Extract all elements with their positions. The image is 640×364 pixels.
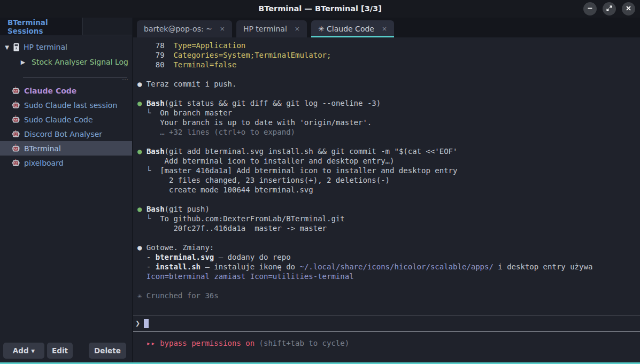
titlebar: BTerminal — BTerminal [3/3] — [0, 0, 640, 18]
tab-hp-terminal[interactable]: HP terminal × — [236, 20, 307, 37]
session-item-label: Discord Bot Analyser — [24, 130, 102, 138]
terminal-line: ● Bash(git push) — [137, 204, 640, 214]
terminal-line: 78 Type=Application — [137, 41, 640, 50]
session-item-sudo-claude-code[interactable]: Sudo Claude Code — [0, 112, 132, 127]
session-item-discord-bot-analyser[interactable]: Discord Bot Analyser — [0, 127, 132, 141]
terminal-line — [137, 233, 640, 243]
robot-icon — [12, 159, 20, 167]
sidebar-divider — [23, 78, 127, 78]
session-item-label: BTerminal — [24, 144, 61, 153]
terminal-line: └ To github.com:DexterFromLab/BTerminal.… — [137, 214, 640, 223]
session-item-bterminal[interactable]: BTerminal — [0, 141, 132, 156]
terminal-input[interactable]: ❯ — [133, 315, 640, 332]
sessions-sidebar: BTerminal Sessions ▼ HP terminal ▶ Stock… — [0, 18, 133, 362]
sidebar-header: BTerminal Sessions — [0, 18, 132, 35]
session-item-label: pixelboard — [24, 159, 64, 167]
robot-icon — [12, 144, 20, 152]
sidebar-header-label: BTerminal Sessions — [7, 18, 82, 35]
tab-bar: bartek@pop-os: ~ × HP terminal × ✳ Claud… — [133, 18, 640, 37]
computer-icon — [13, 43, 20, 52]
tree-item-label: HP terminal — [24, 43, 67, 51]
terminal-line: ✳ Crunched for 36s — [137, 291, 640, 300]
robot-icon — [12, 115, 20, 123]
minimize-button[interactable] — [583, 2, 597, 16]
terminal-line: ● Teraz commit i push. — [137, 79, 640, 89]
terminal-line: … +32 lines (ctrl+o to expand) — [137, 127, 640, 137]
terminal-line: ● Bash(git add bterminal.svg install.sh … — [137, 146, 640, 156]
tab-bartek-pop-os[interactable]: bartek@pop-os: ~ × — [137, 20, 232, 37]
close-button[interactable] — [622, 2, 635, 16]
maximize-icon — [606, 4, 613, 14]
window-controls — [583, 2, 635, 16]
text-cursor — [144, 319, 149, 328]
terminal-line: - install.sh — instaluje ikonę do ~/.loc… — [137, 262, 640, 272]
tab-label: ✳ Claude Code — [318, 25, 374, 33]
chevron-right-icon[interactable]: ▶ — [19, 59, 27, 66]
sidebar-header-tab: BTerminal Sessions — [0, 18, 83, 35]
terminal-line: Your branch is up to date with 'origin/m… — [137, 118, 640, 127]
terminal-line: 2 files changed, 23 insertions(+), 2 del… — [137, 175, 640, 185]
robot-icon — [12, 101, 20, 109]
main-area: bartek@pop-os: ~ × HP terminal × ✳ Claud… — [133, 18, 640, 364]
prompt-chevron: ❯ — [135, 319, 140, 328]
terminal-line: create mode 100644 bterminal.svg — [137, 185, 640, 195]
terminal-line: ● Gotowe. Zmiany: — [137, 243, 640, 252]
session-item-sudo-claude-last-session[interactable]: Sudo Claude last session — [0, 98, 132, 112]
permission-status: ▸▸ bypass permissions on (shift+tab to c… — [137, 338, 349, 348]
terminal-line — [137, 89, 640, 98]
terminal-line: 79 Categories=System;TerminalEmulator; — [137, 50, 640, 60]
terminal-pane[interactable]: 78 Type=Application 79 Categories=System… — [133, 37, 640, 362]
tab-close-icon[interactable]: × — [220, 25, 225, 33]
add-button[interactable]: Add ▾ — [3, 343, 44, 359]
session-item-label: Claude Code — [24, 87, 76, 95]
terminal-line: - bterminal.svg — dodany do repo — [137, 252, 640, 262]
tab-label: bartek@pop-os: ~ — [144, 25, 212, 33]
terminal-output: 78 Type=Application 79 Categories=System… — [137, 41, 640, 300]
terminal-line — [137, 281, 640, 291]
tree-item-stock-analyser-signal-log[interactable]: ▶ Stock Analyser Signal Log — [0, 55, 132, 69]
terminal-line: └ On branch master — [137, 108, 640, 118]
tab-close-icon[interactable]: × — [382, 25, 387, 33]
maximize-button[interactable] — [603, 2, 616, 16]
tab-close-icon[interactable]: × — [295, 25, 300, 33]
terminal-line: Add bterminal icon to installer and desk… — [137, 156, 640, 166]
terminal-line — [137, 195, 640, 204]
minimize-icon — [587, 4, 593, 14]
delete-button[interactable]: Delete — [89, 343, 126, 359]
close-icon — [625, 4, 632, 14]
app-window: BTerminal — BTerminal [3/3] — [0, 0, 640, 364]
session-item-pixelboard[interactable]: pixelboard — [0, 156, 132, 170]
edit-button[interactable]: Edit — [47, 343, 73, 359]
tree-item-label: Stock Analyser Signal Log — [32, 58, 128, 66]
session-item-label: Sudo Claude Code — [24, 115, 93, 124]
robot-icon — [12, 87, 20, 95]
chevron-down-icon[interactable]: ▼ — [3, 44, 11, 50]
terminal-line: ● Bash(git status && git diff && git log… — [137, 98, 640, 108]
tab-claude-code[interactable]: ✳ Claude Code × — [311, 20, 394, 37]
divider-dots: … — [122, 74, 129, 82]
terminal-line — [137, 137, 640, 146]
robot-icon — [12, 130, 20, 138]
terminal-line: 20fc27f..416da1a master -> master — [137, 223, 640, 233]
window-title: BTerminal — BTerminal [3/3] — [0, 0, 640, 18]
terminal-line: ▸▸ bypass permissions on (shift+tab to c… — [137, 338, 349, 348]
terminal-line — [137, 69, 640, 79]
session-item-label: Sudo Claude last session — [24, 101, 117, 110]
tab-label: HP terminal — [243, 25, 287, 33]
terminal-line: 80 Terminal=false — [137, 60, 640, 69]
terminal-line: Icon=bterminal zamiast Icon=utilities-te… — [137, 272, 640, 281]
terminal-line: └ [master 416da1a] Add bterminal icon to… — [137, 166, 640, 175]
session-item-claude-code[interactable]: Claude Code — [0, 83, 132, 98]
tree-item-hp-terminal[interactable]: ▼ HP terminal — [0, 40, 132, 54]
